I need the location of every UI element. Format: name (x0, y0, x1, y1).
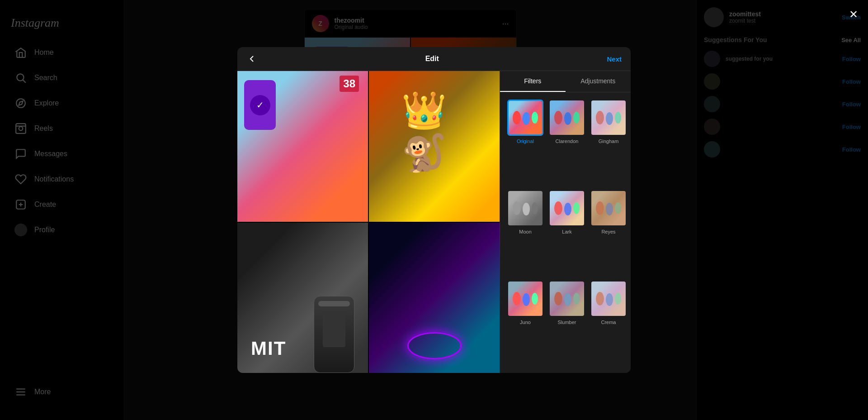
filter-thumb-slumber (549, 281, 585, 317)
back-arrow-icon (246, 53, 257, 64)
modal-mit-text: MIT (251, 338, 286, 359)
filter-label-gingham: Gingham (599, 138, 619, 144)
modal-title: Edit (425, 55, 439, 63)
balloons-lark (550, 191, 584, 225)
modal-col-3: MIT (237, 223, 368, 373)
modal-col-2: 👑🐒 (369, 71, 500, 222)
filter-label-moon: Moon (519, 229, 532, 234)
filter-label-reyes: Reyes (601, 229, 615, 234)
balloons-moon (508, 191, 542, 225)
modal-header: Edit Next (237, 47, 631, 71)
modal-col-1: ✓ 38 (237, 71, 368, 222)
filter-thumb-lark (549, 190, 585, 226)
balloons-reyes (591, 191, 626, 225)
filter-crema[interactable]: Crema (590, 281, 627, 366)
filter-juno[interactable]: Juno (507, 281, 543, 366)
balloons-original (509, 101, 542, 134)
filter-grid: Original (500, 92, 631, 373)
modal-phone-shape (314, 296, 354, 373)
modal-col-4 (369, 223, 500, 373)
filter-original[interactable]: Original (507, 100, 543, 185)
filter-label-juno: Juno (520, 320, 531, 325)
filter-thumb-crema (590, 281, 627, 317)
filter-thumb-juno (507, 281, 543, 317)
filter-gingham[interactable]: Gingham (590, 100, 627, 185)
filter-label-crema: Crema (601, 320, 616, 325)
filter-slumber[interactable]: Slumber (549, 281, 585, 366)
filter-label-original: Original (517, 138, 534, 144)
modal-close-button[interactable]: ✕ (846, 7, 861, 22)
filter-label-slumber: Slumber (558, 320, 576, 325)
filter-thumb-gingham (590, 100, 627, 136)
filter-thumb-clarendon (549, 100, 585, 136)
modal-image-collage: ✓ 38 👑🐒 MIT (237, 71, 500, 373)
balloons-crema (591, 282, 626, 316)
balloons-gingham (591, 100, 626, 135)
edit-modal: Edit Next ✓ 38 👑🐒 MIT (237, 47, 631, 373)
tab-adjustments[interactable]: Adjustments (566, 71, 631, 92)
balloons-clarendon (550, 100, 584, 135)
filter-thumb-reyes (590, 190, 627, 226)
filter-tabs: Filters Adjustments (500, 71, 631, 92)
modal-body: ✓ 38 👑🐒 MIT (237, 71, 631, 373)
filter-clarendon[interactable]: Clarendon (549, 100, 585, 185)
filter-lark[interactable]: Lark (549, 190, 585, 275)
filter-thumb-moon (507, 190, 543, 226)
filter-label-lark: Lark (562, 229, 571, 234)
modal-next-button[interactable]: Next (607, 55, 622, 63)
modal-overlay: ✕ Edit Next ✓ 38 (0, 0, 868, 420)
filter-moon[interactable]: Moon (507, 190, 543, 275)
balloons-juno (508, 282, 542, 316)
filter-reyes[interactable]: Reyes (590, 190, 627, 275)
modal-image-area: ✓ 38 👑🐒 MIT (237, 71, 500, 373)
filter-label-clarendon: Clarendon (556, 138, 579, 144)
modal-filter-panel: Filters Adjustments (500, 71, 631, 373)
modal-back-button[interactable] (246, 53, 257, 64)
balloons-slumber (550, 282, 584, 316)
filter-thumb-original (507, 100, 543, 136)
tab-filters[interactable]: Filters (500, 71, 566, 92)
